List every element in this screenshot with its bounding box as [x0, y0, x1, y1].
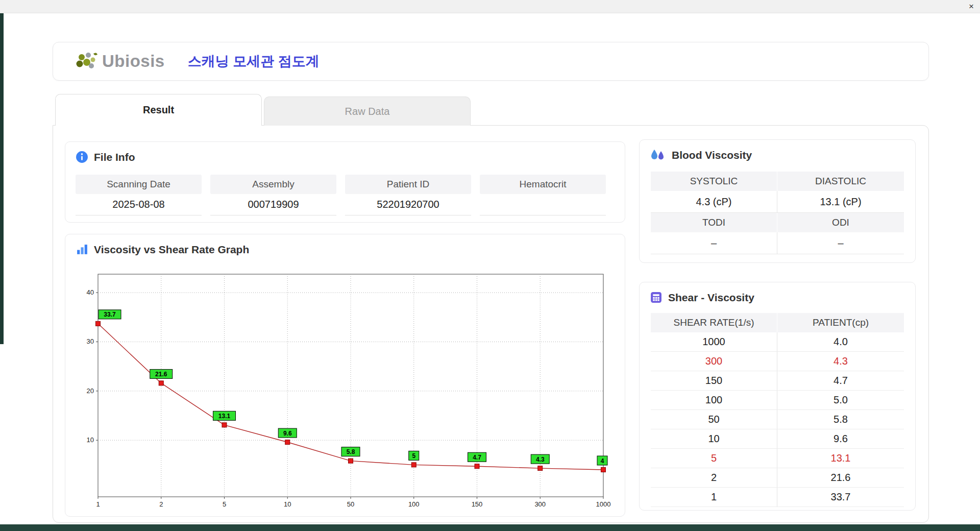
logo-text: Ubiosis: [102, 52, 165, 71]
svg-text:9.6: 9.6: [283, 430, 292, 437]
svg-text:4.3: 4.3: [536, 456, 545, 463]
svg-text:5.8: 5.8: [347, 448, 355, 455]
window-left-edge: [0, 13, 4, 344]
file-info-field: Assembly000719909: [210, 175, 336, 215]
graph-title: Viscosity vs Shear Rate Graph: [94, 244, 249, 256]
systolic-header: SYSTOLIC: [651, 172, 777, 191]
patient-viscosity-value: 4.0: [777, 332, 904, 351]
viscosity-shear-chart: 102030401251050100150300100033.721.613.1…: [81, 263, 611, 514]
patient-viscosity-value: 9.6: [777, 429, 904, 448]
shear-rate-value: 5: [651, 449, 777, 468]
field-label: Scanning Date: [76, 175, 202, 194]
svg-text:100: 100: [408, 500, 420, 508]
info-icon: [76, 151, 88, 163]
shear-rate-column-header: SHEAR RATE(1/s): [651, 313, 777, 332]
tab-raw-data[interactable]: Raw Data: [264, 96, 471, 126]
diastolic-value: 13.1 (cP): [777, 191, 904, 213]
table-row: 1005.0: [651, 391, 904, 410]
svg-text:150: 150: [472, 500, 483, 508]
svg-text:20: 20: [87, 387, 94, 395]
svg-text:50: 50: [347, 500, 354, 508]
shear-rate-value: 1: [651, 488, 777, 506]
svg-text:1: 1: [96, 500, 100, 508]
svg-text:4: 4: [601, 457, 604, 465]
shear-viscosity-title: Shear - Viscosity: [668, 292, 754, 304]
blood-viscosity-table: SYSTOLIC DIASTOLIC 4.3 (cP) 13.1 (cP) TO…: [651, 172, 904, 254]
shear-rate-value: 300: [651, 352, 777, 371]
svg-text:5: 5: [412, 452, 415, 460]
window-titlebar: ×: [0, 0, 980, 13]
table-row: 109.6: [651, 429, 904, 449]
table-row: 1504.7: [651, 371, 904, 391]
tab-bar: Result Raw Data: [55, 94, 471, 126]
patient-viscosity-value: 33.7: [777, 488, 904, 506]
svg-text:5: 5: [223, 500, 226, 508]
patient-viscosity-value: 21.6: [777, 468, 904, 487]
window-bottom-edge: [0, 524, 980, 531]
svg-text:1000: 1000: [596, 500, 611, 508]
field-value: 52201920700: [345, 194, 471, 215]
table-row: 133.7: [651, 488, 904, 507]
file-info-field: Scanning Date2025-08-08: [76, 175, 202, 215]
patient-column-header: PATIENT(cp): [777, 313, 904, 332]
bar-chart-icon: [76, 243, 88, 256]
odi-value: –: [777, 232, 904, 254]
app-header: Ubiosis 스캐닝 모세관 점도계: [53, 42, 929, 81]
shear-rate-value: 50: [651, 410, 777, 429]
patient-viscosity-value: 5.0: [777, 391, 904, 409]
svg-text:300: 300: [534, 500, 546, 508]
table-row: 10004.0: [651, 332, 904, 352]
systolic-value: 4.3 (cP): [651, 191, 777, 213]
field-label: Hematocrit: [480, 175, 606, 194]
table-row: 221.6: [651, 468, 904, 488]
close-icon[interactable]: ×: [969, 2, 974, 12]
svg-text:40: 40: [87, 288, 94, 296]
field-value: 2025-08-08: [76, 194, 202, 215]
graph-card: Viscosity vs Shear Rate Graph 1020304012…: [65, 234, 625, 517]
file-info-fields: Scanning Date2025-08-08Assembly000719909…: [76, 175, 606, 215]
svg-text:30: 30: [87, 337, 94, 345]
patient-viscosity-value: 4.3: [777, 352, 904, 371]
odi-header: ODI: [777, 213, 904, 232]
file-info-field: Hematocrit: [480, 175, 606, 215]
tab-result[interactable]: Result: [55, 94, 262, 126]
patient-viscosity-value: 13.1: [777, 449, 904, 468]
shear-rate-value: 100: [651, 391, 777, 409]
table-row: 3004.3: [651, 352, 904, 371]
todi-header: TODI: [651, 213, 777, 232]
svg-text:10: 10: [87, 436, 94, 444]
diastolic-header: DIASTOLIC: [777, 172, 904, 191]
app-logo: Ubiosis: [75, 51, 165, 72]
table-row: 505.8: [651, 410, 904, 429]
todi-value: –: [651, 232, 777, 254]
svg-text:21.6: 21.6: [155, 371, 167, 378]
svg-text:13.1: 13.1: [218, 413, 231, 420]
table-icon: [650, 291, 663, 304]
field-value: 000719909: [210, 194, 336, 215]
shear-rate-value: 150: [651, 371, 777, 390]
blood-viscosity-title: Blood Viscosity: [672, 149, 752, 161]
shear-viscosity-rows: 10004.03004.31504.71005.0505.8109.6513.1…: [651, 332, 904, 507]
field-label: Assembly: [210, 175, 336, 194]
file-info-card: File Info Scanning Date2025-08-08Assembl…: [65, 141, 625, 223]
shear-viscosity-table: SHEAR RATE(1/s) PATIENT(cp) 10004.03004.…: [651, 313, 904, 507]
shear-rate-value: 1000: [651, 332, 777, 351]
file-info-field: Patient ID52201920700: [345, 175, 471, 215]
blood-viscosity-card: Blood Viscosity SYSTOLIC DIASTOLIC 4.3 (…: [639, 139, 916, 263]
svg-text:2: 2: [159, 500, 163, 508]
svg-text:4.7: 4.7: [473, 454, 481, 461]
shear-rate-value: 2: [651, 468, 777, 487]
droplets-icon: [650, 149, 666, 162]
result-panel: File Info Scanning Date2025-08-08Assembl…: [53, 125, 929, 523]
logo-grape-icon: [75, 51, 98, 72]
patient-viscosity-value: 4.7: [777, 371, 904, 390]
table-row: 513.1: [651, 449, 904, 468]
svg-text:33.7: 33.7: [104, 311, 116, 318]
svg-text:10: 10: [284, 500, 291, 508]
shear-rate-value: 10: [651, 429, 777, 448]
shear-viscosity-card: Shear - Viscosity SHEAR RATE(1/s) PATIEN…: [639, 282, 916, 511]
field-label: Patient ID: [345, 175, 471, 194]
file-info-title: File Info: [94, 151, 135, 163]
patient-viscosity-value: 5.8: [777, 410, 904, 429]
field-value: [480, 194, 606, 215]
